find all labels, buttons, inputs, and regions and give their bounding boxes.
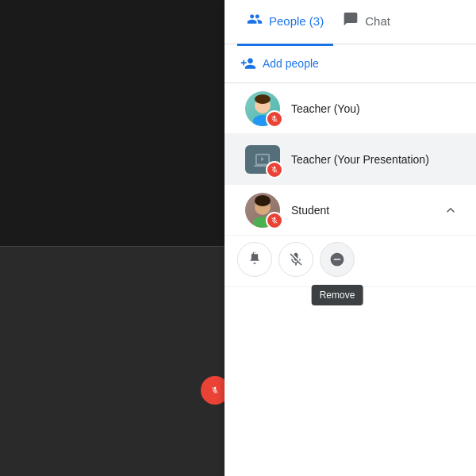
student-expand-button[interactable]	[438, 198, 463, 223]
add-people-button[interactable]: Add people	[225, 44, 476, 83]
participant-name-student: Student	[288, 204, 438, 217]
avatar-container-student	[237, 185, 288, 236]
bottom-panel	[0, 246, 225, 476]
student-controls: Remove	[225, 236, 476, 287]
people-icon	[247, 11, 263, 31]
svg-point-4	[255, 195, 271, 206]
tab-people-label: People (3)	[269, 14, 324, 28]
participant-name-presentation: Teacher (Your Presentation)	[288, 153, 463, 166]
participant-name-teacher-you: Teacher (You)	[288, 102, 463, 115]
participant-student: Student	[225, 185, 476, 236]
mute-button[interactable]	[278, 242, 313, 277]
remove-button[interactable]	[320, 242, 355, 277]
video-area	[0, 0, 225, 476]
microphone-off-icon	[288, 251, 304, 267]
add-person-icon	[240, 56, 256, 71]
chat-icon	[343, 11, 359, 31]
people-panel: People (3) Chat Add people	[225, 0, 476, 476]
remove-button-container: Remove	[320, 242, 355, 277]
participant-teacher-presentation: Teacher (Your Presentation)	[225, 134, 476, 185]
participant-teacher-you: Teacher (You)	[225, 83, 476, 134]
pin-button[interactable]	[237, 242, 272, 277]
tab-chat[interactable]: Chat	[333, 0, 400, 46]
remove-icon	[329, 251, 345, 267]
remove-tooltip: Remove	[312, 285, 363, 305]
pin-icon	[247, 251, 263, 267]
avatar-container-presentation	[237, 134, 288, 185]
tab-chat-label: Chat	[365, 14, 390, 28]
avatar-container-teacher	[237, 83, 288, 134]
add-people-label: Add people	[263, 57, 319, 70]
mute-badge-student	[266, 212, 283, 229]
tab-people[interactable]: People (3)	[237, 0, 333, 46]
mute-badge-teacher	[266, 110, 283, 128]
mute-badge-presentation	[266, 161, 283, 178]
svg-point-1	[255, 94, 271, 104]
tab-bar: People (3) Chat	[225, 0, 476, 44]
